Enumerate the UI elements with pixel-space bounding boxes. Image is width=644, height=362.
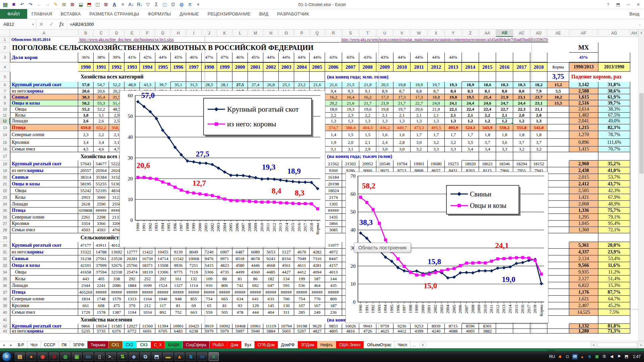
data-cell[interactable]: 9943 (359, 324, 376, 329)
ratio-cell[interactable]: 1,421 (569, 194, 598, 201)
name-box[interactable]: AB12 ▾ (0, 19, 36, 29)
select-all-corner[interactable] (0, 29, 10, 37)
pct-cell[interactable]: 75,7% (598, 207, 630, 214)
data-cell[interactable]: 2,6 (94, 118, 109, 124)
data-cell[interactable]: 4823 (217, 262, 232, 269)
sheet-nav-right-icon[interactable]: ▸ (7, 341, 15, 348)
column-header-F[interactable]: F (140, 29, 155, 37)
korma-cell[interactable] (547, 282, 569, 289)
ratio-cell[interactable]: 2,412 (569, 181, 598, 187)
column-header-I[interactable]: I (186, 29, 202, 37)
share-cell[interactable] (513, 53, 530, 62)
data-cell[interactable]: 57043 (78, 161, 94, 167)
underline-icon[interactable]: A (110, 1, 118, 8)
ribbon-tab-данные[interactable]: ДАННЫЕ (175, 9, 203, 19)
korma-cell[interactable] (547, 187, 569, 194)
korma-cell[interactable] (547, 302, 569, 309)
mx-cell[interactable]: МХ (569, 43, 598, 53)
sheet-tab-С_Х[interactable]: С_Х (151, 341, 165, 348)
mx-percent[interactable]: 43% (569, 53, 598, 62)
data-cell[interactable]: 4,6 (94, 146, 109, 152)
year-header[interactable]: 1999 (217, 62, 232, 72)
data-cell[interactable]: 18371 (140, 262, 155, 269)
share-cell[interactable]: 43% (359, 53, 376, 62)
data-cell[interactable]: ##### (232, 289, 248, 296)
cell[interactable] (10, 72, 78, 82)
data-cell[interactable]: 4593 (94, 227, 109, 233)
year-header[interactable]: 1995 (155, 62, 171, 72)
data-cell[interactable]: 24,4 (513, 100, 530, 106)
data-cell[interactable]: 4561 (279, 262, 294, 269)
data-cell[interactable]: 311 (279, 309, 294, 316)
korma-cell[interactable] (547, 296, 569, 302)
data-cell[interactable]: 3,4 (479, 146, 496, 152)
data-cell[interactable]: 10901 (171, 324, 186, 329)
ratio-cell[interactable]: 6,822 (569, 282, 598, 289)
data-cell[interactable]: 18,9 (462, 82, 479, 88)
row-label[interactable]: Лошади (10, 282, 78, 289)
cell[interactable] (171, 72, 186, 82)
korma-cell[interactable] (547, 324, 569, 329)
row-label[interactable]: Крупный рогатый скот (10, 82, 78, 88)
data-cell[interactable]: 39,7 (155, 82, 171, 88)
sign-in-link[interactable]: Вход (630, 11, 639, 16)
notes-icon[interactable]: ▣ (72, 352, 82, 361)
sheet-tab-ДомРФ[interactable]: ДомРФ (278, 341, 298, 348)
data-cell[interactable]: 2,6 (78, 118, 94, 124)
column-header-S[interactable]: S (342, 29, 359, 37)
undo-icon[interactable]: ↶ (18, 1, 26, 8)
data-cell[interactable]: 32676 (109, 262, 124, 269)
data-cell[interactable]: 559 (202, 309, 217, 316)
tab-file[interactable]: ФАЙЛ (0, 9, 27, 19)
data-cell[interactable]: 19901 (411, 161, 428, 167)
row-header-11[interactable]: 11 (0, 113, 10, 118)
data-cell[interactable]: 13306 (155, 269, 171, 276)
data-cell[interactable]: 24,0 (428, 100, 445, 106)
data-cell[interactable]: 388,4 (342, 124, 359, 131)
year-header[interactable]: 2003 (279, 62, 294, 72)
korma-cell[interactable]: 15,2 (547, 82, 569, 88)
row-header-2[interactable]: 2 (0, 43, 10, 53)
data-cell[interactable]: 4499 (232, 269, 248, 276)
sheet-tab-РЫБА[interactable]: РЫБА (210, 341, 227, 348)
year-header[interactable]: 2009 (376, 62, 393, 72)
data-cell[interactable]: 2,1 (411, 113, 428, 118)
pct-cell[interactable]: 79,1% (598, 214, 630, 221)
share-cell[interactable]: 44% (263, 53, 279, 62)
data-cell[interactable]: 1,7 (411, 131, 428, 139)
column-header-Q[interactable]: Q (310, 29, 325, 37)
data-cell[interactable]: 3085 (325, 227, 342, 233)
name-box-dropdown-icon[interactable]: ▾ (32, 22, 36, 26)
cell[interactable] (462, 72, 479, 82)
data-cell[interactable]: 5653 (263, 249, 279, 255)
data-cell[interactable]: 464 (310, 282, 325, 289)
row-header-12[interactable]: 12 (0, 118, 10, 124)
data-cell[interactable]: 1,3 (445, 118, 462, 124)
data-cell[interactable]: 1,7 (428, 131, 445, 139)
data-cell[interactable]: 11542 (171, 255, 186, 262)
data-cell[interactable]: 2,1 (428, 113, 445, 118)
cell[interactable] (530, 152, 547, 161)
data-cell[interactable]: 3366 (94, 221, 109, 227)
row-header-13[interactable]: 13 (0, 124, 10, 131)
cell[interactable] (598, 53, 630, 62)
pct-cell[interactable]: 70,7% (598, 146, 630, 152)
data-cell[interactable]: 550,2 (496, 124, 513, 131)
data-cell[interactable]: 2,0 (513, 113, 530, 118)
row-header-8[interactable]: 8 (0, 94, 10, 100)
data-cell[interactable]: 21562 (325, 161, 342, 167)
data-cell[interactable]: 543,0 (530, 124, 547, 131)
ratio-cell[interactable]: 9,566 (569, 262, 598, 269)
row-label[interactable]: Овцы (10, 106, 78, 113)
data-cell[interactable]: 11119 (263, 324, 279, 329)
data-cell[interactable]: 4088 (445, 329, 462, 334)
share-cell[interactable]: 41% (124, 53, 140, 62)
data-cell[interactable]: 41658 (78, 269, 94, 276)
data-cell[interactable]: 4094 (310, 269, 325, 276)
row-label[interactable]: Козы (10, 194, 78, 201)
data-cell[interactable]: 17,3 (411, 94, 428, 100)
row-label[interactable]: Крупный рогатый скот (10, 161, 78, 167)
ribbon-tab-формулы[interactable]: ФОРМУЛЫ (144, 9, 175, 19)
data-cell[interactable]: 5979 (202, 329, 217, 334)
data-cell[interactable]: 1327 (171, 282, 186, 289)
